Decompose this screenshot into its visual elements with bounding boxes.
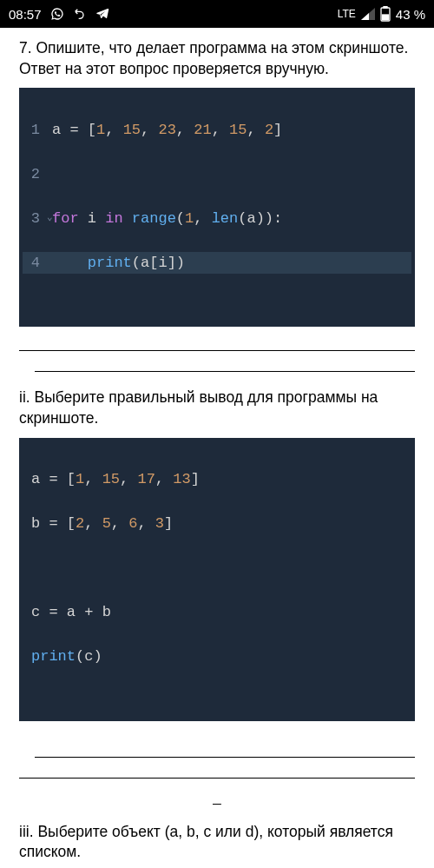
- qii-number: ii.: [19, 388, 30, 406]
- q7-body: Опишите, что делает программа на этом ск…: [19, 39, 408, 77]
- qii-dash: _: [19, 789, 415, 806]
- qii-body: Выберите правильный вывод для программы …: [19, 388, 378, 427]
- qii-answer-lines[interactable]: [19, 740, 415, 779]
- question-iii: iii. Выберите объект (a, b, c или d), ко…: [19, 822, 415, 869]
- qii-code: a = [1, 15, 17, 13] b = [2, 5, 6, 3] c =…: [19, 438, 415, 721]
- answer-line[interactable]: [19, 334, 415, 351]
- status-left: 08:57: [9, 7, 109, 22]
- svg-rect-1: [384, 6, 387, 8]
- line-number: 4: [23, 252, 52, 275]
- q7-text: 7. Опишите, что делает программа на этом…: [19, 38, 415, 79]
- line-number: 1: [23, 119, 52, 142]
- q7-number: 7.: [19, 39, 32, 56]
- line-number: 2: [23, 163, 52, 186]
- content: 7. Опишите, что делает программа на этом…: [0, 28, 434, 868]
- svg-rect-2: [382, 15, 388, 20]
- battery-icon: [380, 6, 391, 22]
- status-time: 08:57: [9, 7, 42, 22]
- question-7: 7. Опишите, что делает программа на этом…: [19, 38, 415, 372]
- qiii-body: Выберите объект (a, b, c или d), который…: [19, 823, 393, 861]
- status-right: LTE 43 %: [338, 6, 425, 22]
- answer-line[interactable]: [35, 354, 415, 372]
- telegram-icon: [95, 7, 109, 21]
- answer-line[interactable]: [35, 740, 415, 758]
- status-bar: 08:57 LTE 43 %: [0, 0, 434, 28]
- q7-answer-lines[interactable]: [35, 334, 415, 372]
- qii-text: ii. Выберите правильный вывод для програ…: [19, 388, 415, 428]
- dev-icon: [73, 7, 87, 21]
- answer-line[interactable]: [19, 761, 415, 779]
- qiii-text: iii. Выберите объект (a, b, c или d), ко…: [19, 822, 415, 863]
- whatsapp-icon: [50, 7, 64, 21]
- battery-pct: 43 %: [396, 7, 425, 22]
- fold-icon: ⌄: [47, 210, 56, 233]
- signal-icon: [361, 8, 375, 20]
- question-ii: ii. Выберите правильный вывод для програ…: [19, 388, 415, 805]
- lte-label: LTE: [338, 8, 356, 20]
- q7-code: 1a = [1, 15, 23, 21, 15, 2] 2 3⌄for i in…: [19, 88, 415, 327]
- qiii-number: iii.: [19, 823, 34, 840]
